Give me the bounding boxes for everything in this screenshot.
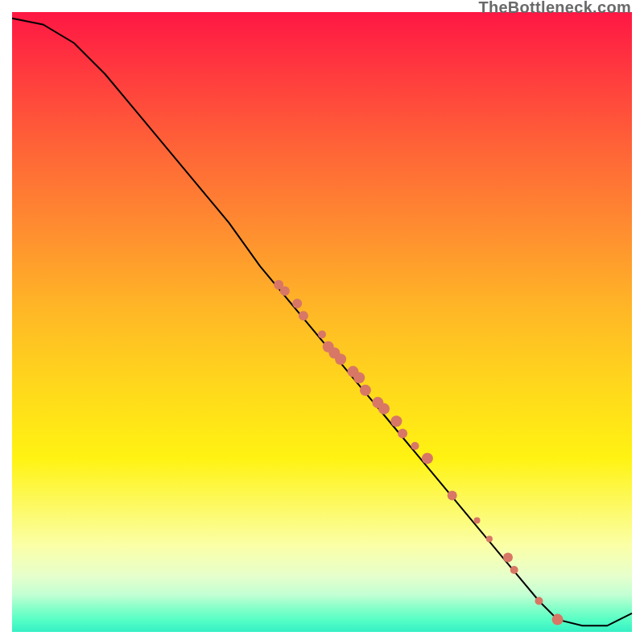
data-point xyxy=(486,536,493,543)
chart-container: TheBottleneck.com xyxy=(0,0,644,644)
data-point xyxy=(318,330,326,338)
data-points-group xyxy=(274,280,563,625)
data-point xyxy=(353,372,365,383)
data-point xyxy=(411,442,419,450)
data-point xyxy=(299,311,308,320)
data-point xyxy=(292,299,302,308)
data-point xyxy=(360,385,371,396)
data-point xyxy=(510,566,518,574)
data-point xyxy=(535,597,543,605)
data-point xyxy=(552,614,564,625)
data-point xyxy=(390,415,402,427)
bottleneck-curve xyxy=(12,19,632,626)
data-point xyxy=(474,517,481,523)
data-point xyxy=(335,353,346,365)
data-point xyxy=(448,491,457,501)
data-point xyxy=(378,403,390,415)
data-point xyxy=(503,553,513,563)
data-point xyxy=(422,452,433,464)
chart-svg-overlay xyxy=(0,0,644,644)
data-point xyxy=(398,429,407,439)
data-point xyxy=(280,287,290,296)
